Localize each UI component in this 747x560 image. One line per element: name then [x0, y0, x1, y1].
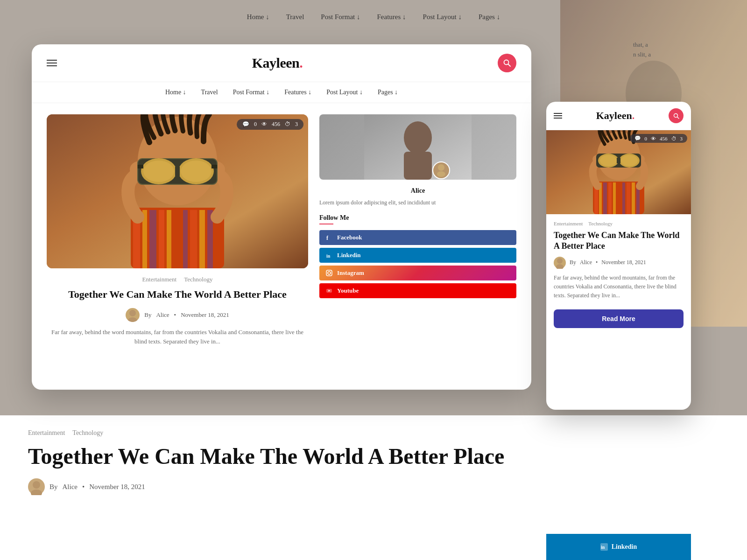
cat-technology[interactable]: Technology: [184, 276, 212, 283]
desktop-search-button[interactable]: [498, 54, 516, 72]
mobile-header: Kayleen.: [546, 102, 691, 130]
mobile-search-button[interactable]: [669, 108, 684, 123]
mobile-author-name: Alice: [580, 259, 592, 266]
comment-count: 0: [254, 121, 257, 128]
instagram-button[interactable]: Instagram: [319, 266, 516, 280]
svg-line-45: [677, 117, 679, 119]
svg-rect-56: [632, 182, 635, 214]
sidebar-excerpt: Lorem ipsum dolor adipiscing elit, sed i…: [319, 198, 516, 207]
behind-categories: Entertainment Technology: [28, 429, 719, 437]
mobile-view-icon: 👁: [651, 136, 656, 141]
svg-text:in: in: [601, 545, 605, 550]
svg-rect-29: [211, 165, 217, 168]
linkedin-banner-label: Linkedin: [612, 543, 637, 551]
post-image-svg: [47, 114, 308, 268]
behind-author-row: By Alice • November 18, 2021: [28, 478, 719, 495]
behind-by-label: By: [49, 483, 58, 491]
nav-pages[interactable]: Pages ↓: [378, 89, 398, 96]
svg-rect-14: [174, 210, 181, 268]
post-stats: 💬 0 👁 456 ⏱ 3: [237, 119, 303, 130]
mobile-post-stats: 💬 0 👁 456 ⏱ 3: [630, 134, 688, 143]
svg-point-41: [328, 272, 331, 274]
mobile-cat-entertainment[interactable]: Entertainment: [554, 221, 583, 226]
linkedin-banner[interactable]: in Linkedin: [546, 534, 691, 560]
post-author-row: By Alice • November 18, 2021: [47, 308, 308, 322]
desktop-header: Kayleen.: [32, 44, 531, 82]
nav-postlayout[interactable]: Post Layout ↓: [326, 89, 363, 96]
behind-bullet: •: [82, 483, 85, 491]
nav-postformat[interactable]: Post Format ↓: [233, 89, 270, 96]
mobile-post-image-svg: [546, 130, 691, 214]
svg-point-36: [438, 164, 444, 171]
svg-point-30: [129, 310, 136, 316]
svg-point-31: [128, 317, 137, 322]
nav-features[interactable]: Features ↓: [284, 89, 311, 96]
mobile-post-image: 💬 0 👁 456 ⏱ 3: [546, 130, 691, 214]
svg-rect-34: [404, 152, 432, 180]
svg-text:in: in: [326, 253, 331, 259]
mobile-by-label: By: [570, 259, 576, 266]
svg-rect-55: [627, 182, 630, 214]
svg-rect-54: [622, 182, 625, 214]
post-date: November 18, 2021: [181, 311, 229, 319]
mobile-cat-technology[interactable]: Technology: [588, 221, 613, 226]
mobile-date: November 18, 2021: [601, 259, 646, 266]
post-excerpt: Far far away, behind the word mountains,…: [47, 328, 308, 347]
bg-nav-home[interactable]: Home ↓: [247, 13, 269, 21]
view-icon: 👁: [261, 121, 267, 128]
bg-nav-pages[interactable]: Pages ↓: [479, 13, 500, 21]
sidebar-author-name: Alice: [319, 187, 516, 195]
main-post: 💬 0 👁 456 ⏱ 3 Entertainment Technology T…: [47, 114, 308, 377]
read-more-button[interactable]: Read More: [554, 309, 684, 328]
bg-nav-postlayout[interactable]: Post Layout ↓: [423, 13, 462, 21]
linkedin-label: Linkedin: [337, 252, 361, 259]
mobile-timer-icon: ⏱: [671, 136, 677, 141]
svg-rect-11: [149, 210, 156, 268]
bg-nav-travel[interactable]: Travel: [286, 13, 304, 21]
behind-cat-technology: Technology: [72, 429, 103, 437]
mobile-comment-count: 0: [645, 136, 648, 141]
by-label: By: [144, 311, 151, 319]
nav-travel[interactable]: Travel: [201, 89, 218, 96]
post-categories: Entertainment Technology: [47, 276, 308, 283]
mobile-logo[interactable]: Kayleen.: [596, 110, 635, 122]
logo-text: Kayleen: [252, 55, 300, 70]
svg-point-33: [404, 121, 432, 154]
behind-title: Together We Can Make The World A Better …: [28, 443, 719, 469]
svg-point-68: [556, 264, 564, 269]
svg-rect-51: [608, 182, 612, 214]
facebook-label: Facebook: [337, 234, 362, 241]
svg-point-4: [31, 490, 42, 495]
svg-rect-50: [603, 182, 607, 214]
hamburger-line-2: [47, 63, 57, 63]
mobile-view-count: 456: [660, 136, 668, 141]
svg-point-65: [621, 155, 638, 166]
svg-point-37: [437, 171, 445, 177]
svg-point-3: [33, 481, 40, 489]
follow-underline: [319, 224, 333, 224]
cat-entertainment[interactable]: Entertainment: [142, 276, 177, 283]
view-count: 456: [272, 121, 280, 128]
bg-nav-postformat[interactable]: Post Format ↓: [321, 13, 360, 21]
linkedin-button[interactable]: in Linkedin: [319, 248, 516, 263]
nav-home[interactable]: Home ↓: [165, 89, 186, 96]
youtube-button[interactable]: Youtube: [319, 283, 516, 298]
svg-text:f: f: [326, 235, 329, 241]
bg-nav-features[interactable]: Features ↓: [377, 13, 406, 21]
svg-rect-13: [167, 210, 171, 268]
desktop-body: 💬 0 👁 456 ⏱ 3 Entertainment Technology T…: [32, 103, 531, 388]
desktop-sidebar: Alice Lorem ipsum dolor adipiscing elit,…: [308, 114, 516, 377]
desktop-nav: Home ↓ Travel Post Format ↓ Features ↓ P…: [32, 82, 531, 103]
mobile-hamburger[interactable]: [554, 113, 562, 119]
facebook-button[interactable]: f Facebook: [319, 230, 516, 245]
mobile-logo-dot: .: [632, 110, 635, 121]
mobile-comment-icon: 💬: [634, 135, 641, 141]
youtube-icon: [326, 287, 332, 294]
sidebar-image-svg: [319, 114, 516, 180]
comment-icon: 💬: [242, 121, 249, 128]
desktop-logo[interactable]: Kayleen.: [252, 55, 303, 71]
hamburger-menu[interactable]: [47, 60, 57, 66]
mobile-hamburger-line-1: [554, 113, 562, 114]
svg-line-6: [508, 64, 511, 67]
post-image-wrapper: 💬 0 👁 456 ⏱ 3: [47, 114, 308, 268]
